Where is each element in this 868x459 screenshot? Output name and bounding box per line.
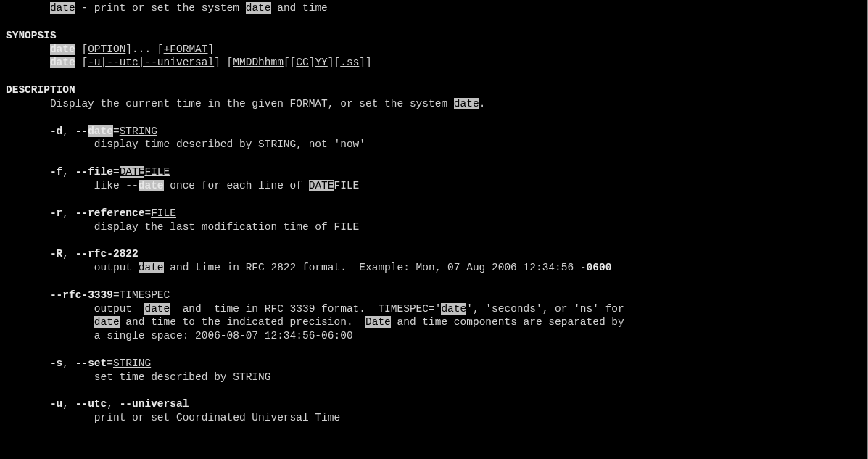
- text-segment: YY: [315, 57, 327, 68]
- text-segment: date: [94, 316, 120, 328]
- text-segment: --rfc-2822: [75, 248, 139, 260]
- text-segment: -f: [50, 166, 62, 178]
- text-segment: OPTION: [88, 44, 125, 55]
- text-segment: FILE: [151, 207, 176, 219]
- text-segment: FILE: [144, 166, 170, 178]
- text-segment: -R: [50, 248, 62, 260]
- text-segment: --: [125, 180, 138, 191]
- text-segment: date: [50, 2, 75, 14]
- text-segment: date: [454, 98, 479, 109]
- text-segment: date: [88, 125, 113, 137]
- text-segment: DATE: [309, 180, 334, 191]
- text-segment: date: [50, 44, 75, 55]
- text-segment: date: [144, 303, 170, 315]
- text-segment: SYNOPSIS: [6, 30, 57, 41]
- text-segment: date: [246, 2, 271, 14]
- manpage-content: date - print or set the system date and …: [6, 1, 867, 425]
- text-segment: --set: [75, 357, 107, 369]
- text-segment: -0600: [580, 262, 612, 273]
- text-segment: date: [50, 57, 75, 68]
- text-segment: -u|--utc|--universal: [88, 57, 214, 68]
- text-segment: STRING: [113, 357, 151, 369]
- text-segment: STRING: [120, 125, 157, 137]
- text-segment: --universal: [120, 398, 189, 410]
- text-segment: --file: [75, 166, 113, 178]
- text-segment: Date: [365, 316, 391, 328]
- text-segment: --: [75, 125, 88, 137]
- text-segment: -u: [50, 398, 62, 410]
- text-segment: date: [139, 262, 164, 273]
- text-segment: --rfc-3339: [50, 289, 113, 301]
- text-segment: date: [139, 180, 164, 191]
- text-segment: -d: [50, 125, 62, 137]
- text-segment: --reference: [75, 207, 145, 219]
- text-segment: MMDDhhmm: [233, 57, 284, 68]
- text-segment: CC: [296, 57, 308, 68]
- text-segment: .ss: [340, 57, 359, 68]
- text-segment: -r: [50, 207, 62, 219]
- text-segment: +FORMAT: [164, 44, 208, 55]
- text-segment: -s: [50, 357, 62, 369]
- text-segment: --utc: [75, 398, 107, 410]
- text-segment: TIMESPEC: [120, 289, 170, 301]
- text-segment: DESCRIPTION: [6, 84, 75, 96]
- text-segment: date: [441, 303, 466, 315]
- text-segment: DATE: [120, 166, 145, 178]
